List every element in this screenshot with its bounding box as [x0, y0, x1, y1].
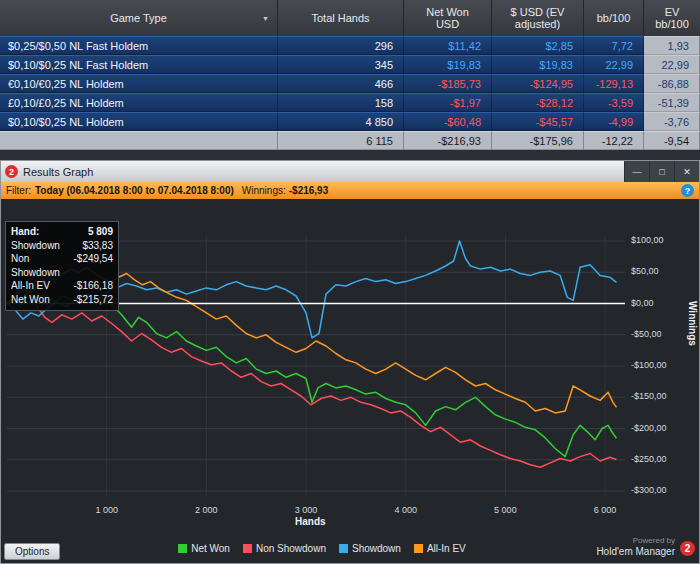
column-header-bb100[interactable]: bb/100: [584, 0, 644, 36]
column-header-total-hands[interactable]: Total Hands: [278, 0, 404, 36]
table-cell: $19,83: [492, 55, 584, 74]
hm2-badge-icon: 2: [680, 541, 695, 556]
table-cell: -12,22: [584, 131, 644, 150]
column-header-ev-bb100[interactable]: EV bb/100: [644, 0, 700, 36]
tooltip-row: Showdown $33,83: [11, 239, 113, 253]
legend-swatch-icon: [339, 544, 348, 553]
column-header-label: $ USD (EV: [511, 6, 565, 18]
table-cell: $19,83: [404, 55, 492, 74]
minimize-button[interactable]: —: [624, 161, 649, 182]
column-header-game-type[interactable]: Game Type ▼: [0, 0, 278, 36]
legend-swatch-icon: [178, 544, 187, 553]
series-line-non-showdown: [7, 285, 617, 468]
table-cell: -$124,95: [492, 74, 584, 93]
options-button[interactable]: Options: [4, 543, 60, 560]
table-cell: £0,10/£0,25 NL Holdem: [0, 93, 278, 112]
tooltip-label: All-In EV: [11, 279, 50, 293]
hover-tooltip: Hand: 5 809 Showdown $33,83 Non Showdown…: [5, 221, 119, 311]
filter-label: Filter:: [6, 185, 31, 196]
tooltip-value: -$166,18: [74, 279, 113, 293]
table-cell: -$185,73: [404, 74, 492, 93]
table-row[interactable]: $0,10/$0,25 NL Holdem4 850-$60,48-$45,57…: [0, 112, 700, 131]
table-cell: 22,99: [584, 55, 644, 74]
table-cell: -3,76: [644, 112, 700, 131]
y-axis-tick-label: -$100,00: [631, 360, 667, 370]
table-cell: €0,10/€0,25 NL Holdem: [0, 74, 278, 93]
legend-swatch-icon: [243, 544, 252, 553]
legend-item-all-in-ev[interactable]: All-In EV: [414, 543, 466, 554]
powered-by: Powered by Hold'em Manager: [596, 535, 675, 557]
table-cell: $0,10/$0,25 NL Fast Holdem: [0, 55, 278, 74]
y-axis-tick-label: -$300,00: [631, 485, 667, 495]
y-axis-tick-label: -$250,00: [631, 454, 667, 464]
table-cell: -$175,96: [492, 131, 584, 150]
help-icon[interactable]: ?: [681, 184, 694, 197]
legend-item-net-won[interactable]: Net Won: [178, 543, 230, 554]
column-header-label: EV: [665, 6, 680, 18]
table-cell: 7,72: [584, 36, 644, 55]
table-cell: [0, 131, 278, 150]
column-header-label: Net Won: [426, 6, 469, 18]
table-cell: 1,93: [644, 36, 700, 55]
legend-label: Net Won: [191, 543, 230, 554]
table-cell: -$1,97: [404, 93, 492, 112]
hm2-main-window: Game Type ▼ Total Hands Net Won USD $ US…: [0, 0, 700, 564]
tooltip-value: -$215,72: [74, 293, 113, 307]
tooltip-value: $33,83: [82, 239, 113, 253]
chevron-down-icon[interactable]: ▼: [262, 13, 269, 25]
table-row[interactable]: £0,10/£0,25 NL Holdem158-$1,97-$28,12-3,…: [0, 93, 700, 112]
powered-by-label: Powered by: [596, 535, 675, 546]
maximize-button[interactable]: □: [649, 161, 674, 182]
legend-item-showdown[interactable]: Showdown: [339, 543, 401, 554]
table-cell: -$60,48: [404, 112, 492, 131]
x-axis-title: Hands: [295, 516, 326, 527]
column-header-label: adjusted): [515, 18, 560, 30]
column-header-net-won-usd[interactable]: Net Won USD: [404, 0, 492, 36]
legend-label: Showdown: [352, 543, 401, 554]
series-line-net-won: [7, 288, 617, 457]
table-cell: -129,13: [584, 74, 644, 93]
table-cell: 466: [278, 74, 404, 93]
x-axis-tick-label: 3 000: [286, 505, 326, 515]
filter-winnings-value: -$216,93: [289, 185, 328, 196]
column-header-label: bb/100: [597, 12, 631, 24]
table-cell: 4 850: [278, 112, 404, 131]
x-axis-tick-label: 4 000: [386, 505, 426, 515]
tooltip-value: 5 809: [88, 225, 113, 239]
column-header-usd-ev-adjusted[interactable]: $ USD (EV adjusted): [492, 0, 584, 36]
table-cell: $0,25/$0,50 NL Fast Holdem: [0, 36, 278, 55]
table-cell: 345: [278, 55, 404, 74]
legend-item-non-showdown[interactable]: Non Showdown: [243, 543, 326, 554]
graph-footer: Options Net WonNon ShowdownShowdownAll-I…: [1, 533, 699, 563]
table-header-row: Game Type ▼ Total Hands Net Won USD $ US…: [0, 0, 700, 36]
table-cell: -51,39: [644, 93, 700, 112]
tooltip-value: -$249,54: [74, 252, 113, 279]
tooltip-label: Hand:: [11, 225, 39, 239]
legend-swatch-icon: [414, 544, 423, 553]
table-row[interactable]: $0,25/$0,50 NL Fast Holdem296$11,42$2,85…: [0, 36, 700, 55]
chart-area: Winnings Hands Hand: 5 809 Showdown $33,…: [1, 199, 699, 533]
table-cell: $11,42: [404, 36, 492, 55]
table-cell: -$45,57: [492, 112, 584, 131]
hm2-logo-icon: 2: [5, 165, 18, 178]
column-header-label: bb/100: [655, 18, 689, 30]
x-axis-tick-label: 6 000: [585, 505, 625, 515]
x-axis-tick-label: 2 000: [186, 505, 226, 515]
tooltip-label: Non Showdown: [11, 252, 74, 279]
y-axis-tick-label: $100,00: [631, 235, 664, 245]
table-row[interactable]: €0,10/€0,25 NL Holdem466-$185,73-$124,95…: [0, 74, 700, 93]
table-row[interactable]: $0,10/$0,25 NL Fast Holdem345$19,83$19,8…: [0, 55, 700, 74]
table-cell: -4,99: [584, 112, 644, 131]
table-total-row[interactable]: 6 115-$216,93-$175,96-12,22-9,54: [0, 131, 700, 150]
tooltip-label: Net Won: [11, 293, 50, 307]
titlebar[interactable]: 2 Results Graph — □ ✕: [1, 161, 699, 182]
tooltip-label: Showdown: [11, 239, 60, 253]
table-cell: -$28,12: [492, 93, 584, 112]
column-header-label: Game Type: [110, 12, 167, 24]
table-cell: 158: [278, 93, 404, 112]
close-button[interactable]: ✕: [674, 161, 699, 182]
y-axis-tick-label: $0,00: [631, 298, 654, 308]
window-title: Results Graph: [23, 166, 93, 178]
table-cell: 6 115: [278, 131, 404, 150]
results-table: Game Type ▼ Total Hands Net Won USD $ US…: [0, 0, 700, 160]
